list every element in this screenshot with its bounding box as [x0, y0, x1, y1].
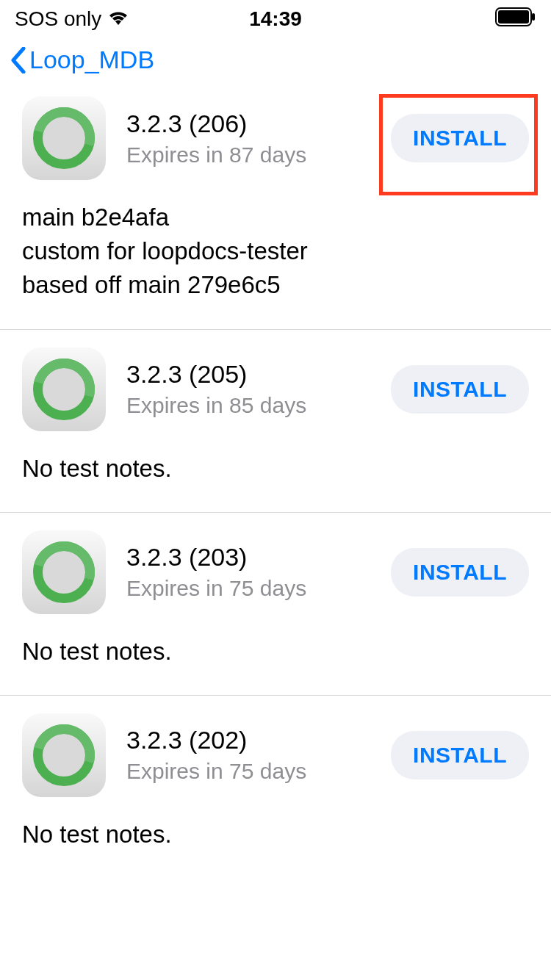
carrier-text: SOS only [15, 7, 101, 31]
loop-ring-icon [33, 107, 95, 169]
build-expiry: Expires in 75 days [126, 576, 370, 601]
build-meta: 3.2.3 (205) Expires in 85 days [126, 360, 370, 418]
build-version: 3.2.3 (203) [126, 543, 370, 572]
build-version: 3.2.3 (202) [126, 726, 370, 754]
loop-ring-icon [33, 541, 95, 603]
install-button[interactable]: INSTALL [391, 365, 529, 414]
loop-ring-icon [33, 724, 95, 786]
build-notes: No test notes. [22, 452, 529, 486]
build-header: 3.2.3 (202) Expires in 75 days INSTALL [22, 713, 529, 797]
builds-list: 3.2.3 (206) Expires in 87 days INSTALL m… [0, 89, 551, 878]
status-left: SOS only [15, 7, 129, 31]
status-bar: SOS only 14:39 [0, 0, 551, 35]
wifi-icon [107, 7, 129, 31]
svg-rect-1 [498, 10, 529, 24]
build-notes: No test notes. [22, 635, 529, 669]
loop-ring-icon [33, 359, 95, 420]
app-icon [22, 347, 106, 431]
build-expiry: Expires in 75 days [126, 759, 370, 784]
install-button[interactable]: INSTALL [391, 114, 529, 162]
build-item: 3.2.3 (202) Expires in 75 days INSTALL N… [0, 695, 551, 878]
battery-icon [495, 7, 536, 32]
svg-rect-2 [532, 13, 535, 21]
chevron-left-icon [10, 47, 26, 73]
app-icon [22, 530, 106, 614]
build-item: 3.2.3 (203) Expires in 75 days INSTALL N… [0, 512, 551, 695]
status-right [495, 7, 536, 32]
nav-bar: Loop_MDB [0, 35, 551, 89]
build-meta: 3.2.3 (202) Expires in 75 days [126, 726, 370, 784]
back-button[interactable]: Loop_MDB [10, 46, 154, 74]
build-meta: 3.2.3 (206) Expires in 87 days [126, 109, 370, 167]
app-icon [22, 713, 106, 797]
build-version: 3.2.3 (205) [126, 360, 370, 389]
build-notes: No test notes. [22, 818, 529, 851]
status-time: 14:39 [249, 7, 302, 31]
install-button[interactable]: INSTALL [391, 731, 529, 779]
app-icon [22, 96, 106, 180]
build-item: 3.2.3 (205) Expires in 85 days INSTALL N… [0, 329, 551, 512]
build-header: 3.2.3 (205) Expires in 85 days INSTALL [22, 347, 529, 431]
build-expiry: Expires in 85 days [126, 393, 370, 418]
build-item: 3.2.3 (206) Expires in 87 days INSTALL m… [0, 89, 551, 329]
build-header: 3.2.3 (206) Expires in 87 days INSTALL [22, 96, 529, 180]
back-label: Loop_MDB [29, 46, 154, 74]
build-meta: 3.2.3 (203) Expires in 75 days [126, 543, 370, 601]
install-button[interactable]: INSTALL [391, 548, 529, 597]
build-header: 3.2.3 (203) Expires in 75 days INSTALL [22, 530, 529, 614]
build-version: 3.2.3 (206) [126, 109, 370, 138]
build-expiry: Expires in 87 days [126, 143, 370, 167]
build-notes: main b2e4afa custom for loopdocs-tester … [22, 201, 529, 303]
